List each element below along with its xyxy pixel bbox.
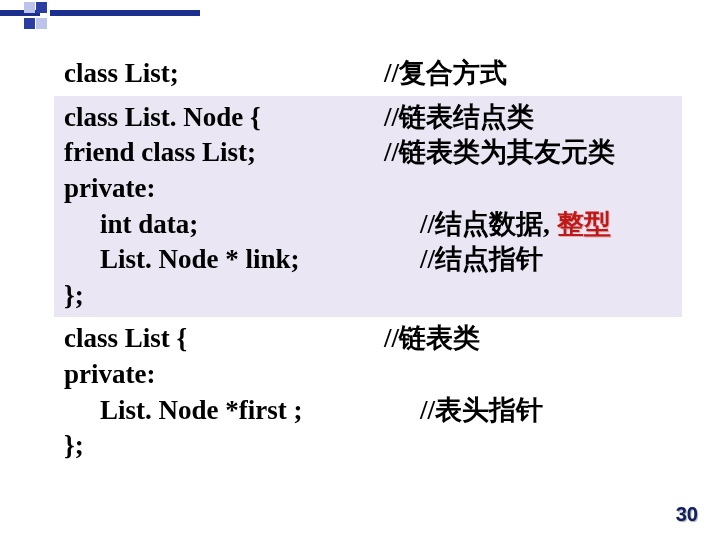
code-line: class List; bbox=[64, 56, 384, 92]
code-line: List. Node *first ; bbox=[64, 393, 420, 429]
code-block-highlight: class List. Node { //链表结点类 friend class … bbox=[54, 96, 682, 318]
page-number: 30 bbox=[676, 503, 698, 526]
code-line: class List. Node { bbox=[64, 100, 384, 136]
code-comment: //复合方式 bbox=[384, 56, 672, 92]
code-line: friend class List; bbox=[64, 135, 384, 171]
code-line: private: bbox=[64, 171, 384, 207]
code-comment: //链表结点类 bbox=[384, 100, 672, 136]
code-comment: //链表类为其友元类 bbox=[384, 135, 672, 171]
code-line: private: bbox=[64, 357, 384, 393]
code-comment: //链表类 bbox=[384, 321, 672, 357]
corner-decoration bbox=[0, 0, 200, 35]
code-comment: //表头指针 bbox=[420, 393, 672, 429]
code-comment: //结点数据, 整型 bbox=[420, 207, 672, 243]
slide: class List; //复合方式 class List. Node { //… bbox=[0, 0, 720, 540]
code-line: }; bbox=[64, 428, 384, 464]
emphasis-text: 整型 bbox=[557, 209, 611, 239]
code-comment: //结点指针 bbox=[420, 242, 672, 278]
code-line: int data; bbox=[64, 207, 420, 243]
code-content: class List; //复合方式 class List. Node { //… bbox=[64, 56, 672, 464]
code-line: class List { bbox=[64, 321, 384, 357]
code-line: List. Node * link; bbox=[64, 242, 420, 278]
code-line: }; bbox=[64, 278, 384, 314]
